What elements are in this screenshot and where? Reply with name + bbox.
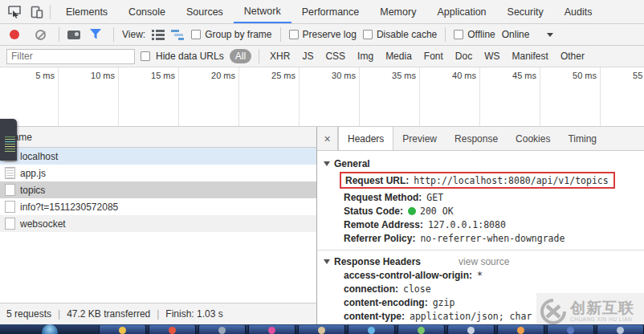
disable-cache-toggle[interactable]: Disable cache <box>363 29 437 40</box>
filter-type-css[interactable]: CSS <box>322 51 348 62</box>
header-value: http://localhost:8080/api/v1/topics <box>414 175 608 186</box>
waterfall-view-icon[interactable] <box>171 29 185 40</box>
filter-type-img[interactable]: Img <box>354 51 377 62</box>
tab-timing[interactable]: Timing <box>559 127 605 150</box>
view-source-link[interactable]: view source <box>459 256 509 267</box>
header-line: Status Code: 200 OK <box>324 204 644 218</box>
tab-headers[interactable]: Headers <box>338 127 393 150</box>
header-value: no-referrer-when-downgrade <box>420 233 565 244</box>
tab-performance[interactable]: Performance <box>291 0 370 23</box>
tab-sources[interactable]: Sources <box>176 0 234 23</box>
taskbar-button[interactable] <box>397 325 445 334</box>
request-row-topics[interactable]: topics <box>0 181 316 198</box>
background-window-fragment <box>0 119 17 161</box>
filter-type-media[interactable]: Media <box>382 51 415 62</box>
network-toolbar: View: Group by frame Preserve log Disabl… <box>0 24 644 46</box>
timeline-tick: 20 ms <box>179 67 239 127</box>
header-line: access-control-allow-origin: * <box>324 268 644 282</box>
taskbar-button[interactable] <box>99 325 146 334</box>
device-toolbar-icon[interactable] <box>26 2 48 22</box>
disable-cache-label: Disable cache <box>377 29 437 40</box>
header-value: GET <box>426 192 443 203</box>
filter-type-ws[interactable]: WS <box>481 51 503 62</box>
tab-preview[interactable]: Preview <box>393 127 446 150</box>
offline-toggle[interactable]: Offline <box>454 29 495 40</box>
group-by-frame-label: Group by frame <box>205 29 271 40</box>
list-view-icon[interactable] <box>152 29 165 40</box>
filter-input[interactable] <box>6 49 135 64</box>
finish-time: Finish: 1.03 s <box>165 308 222 320</box>
record-button[interactable] <box>10 30 19 39</box>
request-name: info?t=1511230572085 <box>20 202 118 213</box>
filter-type-all[interactable]: All <box>230 49 251 63</box>
windows-taskbar[interactable] <box>0 324 644 334</box>
tab-elements[interactable]: Elements <box>55 0 118 23</box>
tab-audits[interactable]: Audits <box>554 0 603 23</box>
timeline-tick: 45 ms <box>480 67 540 127</box>
offline-checkbox[interactable] <box>454 30 463 39</box>
response-headers-title: Response Headers <box>334 256 421 267</box>
taskbar-button[interactable] <box>149 325 196 334</box>
taskbar-button[interactable] <box>198 325 246 334</box>
request-row-localhost[interactable]: localhost <box>0 148 316 165</box>
timeline-tick: 55 ms <box>601 67 644 127</box>
chevron-down-icon[interactable] <box>547 33 553 37</box>
tab-cookies[interactable]: Cookies <box>507 127 559 150</box>
header-key: content-type: <box>344 311 405 322</box>
capture-screenshots-icon[interactable] <box>67 31 80 39</box>
divider <box>317 250 644 250</box>
taskbar-button[interactable] <box>348 325 395 334</box>
response-headers-section-header[interactable]: Response Headers view source <box>324 255 644 268</box>
divider <box>259 49 259 63</box>
tab-network[interactable]: Network <box>234 0 291 23</box>
divider <box>50 5 51 19</box>
header-value: 200 OK <box>420 206 454 217</box>
request-row-appjs[interactable]: app.js <box>0 165 316 181</box>
preserve-log-label: Preserve log <box>303 29 357 40</box>
inspect-element-icon[interactable] <box>3 2 26 22</box>
request-row-info[interactable]: info?t=1511230572085 <box>0 198 316 215</box>
tab-response[interactable]: Response <box>446 127 507 150</box>
watermark-logo-icon <box>540 298 567 325</box>
tab-console[interactable]: Console <box>118 0 176 23</box>
throttling-select[interactable]: Online <box>502 29 530 40</box>
requests-panel: Name localhost app.js topics info?t=1511… <box>0 127 317 303</box>
header-value: application/json; char <box>410 311 532 322</box>
general-section-header[interactable]: General <box>324 157 644 170</box>
filter-type-other[interactable]: Other <box>557 51 588 62</box>
taskbar-button[interactable] <box>597 325 644 334</box>
header-value: close <box>403 283 431 295</box>
header-value: * <box>477 270 483 281</box>
tab-application[interactable]: Application <box>426 0 496 23</box>
header-line: Request URL: http://localhost:8080/api/v… <box>345 173 609 187</box>
group-by-frame-checkbox[interactable] <box>191 30 201 39</box>
clear-button[interactable] <box>35 30 46 40</box>
filter-type-doc[interactable]: Doc <box>452 51 475 62</box>
divider: | <box>58 308 60 320</box>
taskbar-button[interactable] <box>447 325 495 334</box>
taskbar-button[interactable] <box>248 325 296 334</box>
group-by-frame-toggle[interactable]: Group by frame <box>191 29 271 40</box>
filter-type-manifest[interactable]: Manifest <box>509 51 552 62</box>
start-orb-icon[interactable] <box>42 324 58 334</box>
taskbar-button[interactable] <box>547 325 594 334</box>
filter-type-xhr[interactable]: XHR <box>267 51 293 62</box>
preserve-log-toggle[interactable]: Preserve log <box>289 29 357 40</box>
preserve-log-checkbox[interactable] <box>289 30 299 39</box>
request-row-websocket[interactable]: websocket <box>0 215 316 232</box>
taskbar-button[interactable] <box>497 325 544 334</box>
disable-cache-checkbox[interactable] <box>363 30 373 39</box>
filter-type-js[interactable]: JS <box>299 51 316 62</box>
close-icon[interactable]: × <box>317 127 338 150</box>
tab-security[interactable]: Security <box>497 0 554 23</box>
taskbar-button[interactable] <box>298 325 345 334</box>
filter-icon[interactable] <box>90 29 102 40</box>
filter-type-font[interactable]: Font <box>421 51 446 62</box>
name-column-header[interactable]: Name <box>0 127 316 148</box>
hide-data-urls-checkbox[interactable] <box>141 51 150 61</box>
header-line: Remote Address: 127.0.0.1:8080 <box>324 218 644 231</box>
tab-memory[interactable]: Memory <box>369 0 426 23</box>
timeline-overview[interactable]: 5 ms 10 ms 15 ms 20 ms 25 ms 30 ms 35 ms… <box>0 67 644 127</box>
watermark-title: 创新互联 <box>570 300 634 316</box>
details-tabbar: × Headers Preview Response Cookies Timin… <box>317 127 644 151</box>
